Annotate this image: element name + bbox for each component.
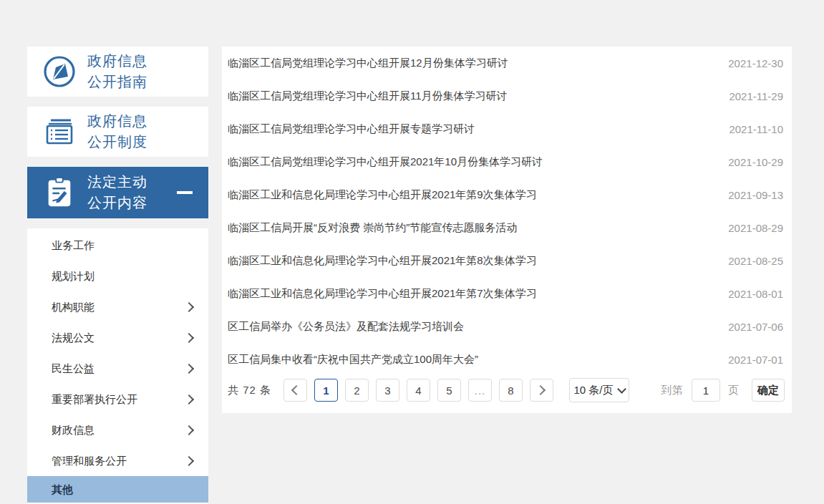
news-title-link[interactable]: 临淄区工业和信息化局理论学习中心组开展2021年第9次集体学习 [228, 188, 537, 202]
news-row[interactable]: 临淄区工业和信息化局理论学习中心组开展2021年第7次集体学习 2021-08-… [222, 277, 792, 310]
news-title-link[interactable]: 临淄区工信局党组理论学习中心组开展2021年10月份集体学习研讨 [228, 155, 543, 169]
sidebar-item-management-service[interactable]: 管理和服务公开 [27, 445, 208, 476]
chevron-right-icon [535, 385, 546, 395]
prev-page-button[interactable] [283, 379, 307, 402]
page-button-4[interactable]: 4 [407, 379, 430, 402]
news-date: 2021-09-13 [728, 189, 783, 201]
sidebar-item-other[interactable]: 其他 [27, 476, 208, 503]
news-row[interactable]: 临淄区工信局党组理论学习中心组开展12月份集体学习研讨 2021-12-30 [222, 47, 792, 79]
sidebar-card-statutory-disclosure[interactable]: 法定主动 公开内容 [27, 167, 208, 218]
news-title-link[interactable]: 区工信局集中收看“庆祝中国共产党成立100周年大会” [228, 353, 478, 367]
chevron-right-icon [184, 425, 194, 435]
sidebar-item-fiscal-info[interactable]: 财政信息 [27, 415, 208, 445]
news-title-link[interactable]: 临淄区工业和信息化局理论学习中心组开展2021年第8次集体学习 [228, 254, 537, 268]
news-title-link[interactable]: 临淄区工信局党组理论学习中心组开展11月份集体学习研讨 [228, 89, 508, 103]
news-title-link[interactable]: 临淄区工信局党组理论学习中心组开展专题学习研讨 [228, 122, 475, 136]
sidebar-item-business-work[interactable]: 业务工作 [27, 230, 208, 261]
goto-page-suffix: 页 [728, 384, 740, 397]
news-date: 2021-08-29 [728, 222, 783, 234]
sidebar-card-label: 政府信息 公开制度 [87, 111, 147, 152]
news-title-link[interactable]: 区工信局举办《公务员法》及配套法规学习培训会 [228, 320, 464, 334]
news-title-link[interactable]: 临淄区工信局党组理论学习中心组开展12月份集体学习研讨 [228, 57, 508, 70]
sidebar-card-label: 法定主动 公开内容 [87, 172, 147, 213]
news-date: 2021-07-06 [728, 321, 783, 333]
total-count-label: 共 72 条 [228, 384, 271, 397]
sidebar: 政府信息 公开指南 政府信息 公开制度 [27, 47, 208, 504]
page-button-5[interactable]: 5 [437, 379, 461, 402]
chevron-left-icon [291, 385, 301, 395]
page-button-3[interactable]: 3 [376, 379, 399, 402]
sidebar-card-info-system[interactable]: 政府信息 公开制度 [27, 107, 208, 157]
page-size-label: 10 条/页 [574, 384, 614, 397]
page-button-8[interactable]: 8 [499, 379, 523, 402]
news-date: 2021-07-01 [728, 354, 783, 366]
chevron-right-icon [184, 364, 194, 374]
confirm-button[interactable]: 确定 [752, 379, 785, 402]
news-row[interactable]: 区工信局举办《公务员法》及配套法规学习培训会 2021-07-06 [222, 310, 792, 343]
goto-page-prefix: 到第 [661, 384, 684, 397]
page-button-1[interactable]: 1 [314, 379, 338, 402]
next-page-button[interactable] [530, 379, 553, 402]
chevron-right-icon [184, 333, 194, 343]
news-date: 2021-10-29 [728, 156, 783, 168]
news-row[interactable]: 临淄区工信局党组理论学习中心组开展11月份集体学习研讨 2021-11-29 [222, 79, 792, 112]
news-title-link[interactable]: 临淄区工业和信息化局理论学习中心组开展2021年第7次集体学习 [228, 287, 537, 301]
news-title-link[interactable]: 临淄区工信局开展“反对浪费 崇尚节约”节能宣传志愿服务活动 [228, 221, 517, 235]
news-date: 2021-08-01 [728, 288, 783, 300]
news-list-panel: 临淄区工信局党组理论学习中心组开展12月份集体学习研讨 2021-12-30 临… [222, 47, 792, 413]
sidebar-item-org-functions[interactable]: 机构职能 [27, 291, 208, 322]
collapse-minus-icon[interactable] [177, 191, 193, 194]
sidebar-item-public-welfare[interactable]: 民生公益 [27, 353, 208, 384]
compass-icon [42, 54, 77, 89]
sidebar-card-info-guide[interactable]: 政府信息 公开指南 [27, 47, 208, 97]
clipboard-pencil-icon [42, 175, 77, 210]
chevron-right-icon [184, 302, 194, 312]
news-row[interactable]: 临淄区工业和信息化局理论学习中心组开展2021年第8次集体学习 2021-08-… [222, 244, 792, 277]
sidebar-submenu: 业务工作 规划计划 机构职能 法规公文 民生公益 重要部署执行公开 [27, 228, 208, 504]
news-date: 2021-11-29 [729, 90, 783, 102]
news-row[interactable]: 临淄区工信局党组理论学习中心组开展2021年10月份集体学习研讨 2021-10… [222, 145, 792, 178]
ledger-icon [42, 114, 77, 150]
page-size-select[interactable]: 10 条/页 [569, 378, 629, 402]
pagination-bar: 共 72 条 1 2 3 4 5 ... 8 10 条/页 到第 页 确定 [222, 378, 792, 402]
sidebar-card-label: 政府信息 公开指南 [87, 51, 147, 92]
news-row[interactable]: 区工信局集中收看“庆祝中国共产党成立100周年大会” 2021-07-01 [222, 343, 792, 376]
news-row[interactable]: 临淄区工信局开展“反对浪费 崇尚节约”节能宣传志愿服务活动 2021-08-29 [222, 211, 792, 244]
news-date: 2021-12-30 [728, 57, 783, 69]
chevron-right-icon [184, 394, 194, 404]
news-row[interactable]: 临淄区工业和信息化局理论学习中心组开展2021年第9次集体学习 2021-09-… [222, 178, 792, 211]
page: 政府信息 公开指南 政府信息 公开制度 [0, 0, 824, 504]
news-date: 2021-11-10 [729, 123, 783, 135]
caret-down-icon [617, 384, 626, 394]
sidebar-item-regulations[interactable]: 法规公文 [27, 322, 208, 353]
sidebar-item-key-deployments[interactable]: 重要部署执行公开 [27, 384, 208, 415]
goto-page-input[interactable] [692, 379, 720, 402]
page-ellipsis-button[interactable]: ... [468, 379, 492, 402]
sidebar-item-planning[interactable]: 规划计划 [27, 261, 208, 291]
chevron-right-icon [184, 456, 194, 466]
page-button-2[interactable]: 2 [345, 379, 369, 402]
news-date: 2021-08-25 [728, 255, 783, 267]
news-row[interactable]: 临淄区工信局党组理论学习中心组开展专题学习研讨 2021-11-10 [222, 112, 792, 145]
